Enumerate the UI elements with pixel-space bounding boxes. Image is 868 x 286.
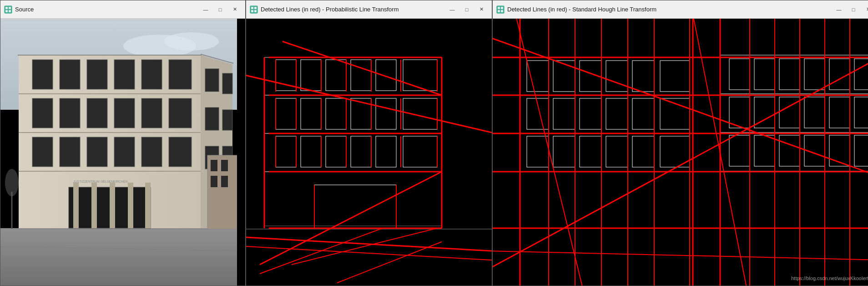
svg-rect-54 [221,176,228,187]
svg-rect-23 [32,98,53,128]
svg-rect-21 [141,60,162,89]
svg-rect-139 [606,61,628,92]
svg-rect-72 [276,98,296,129]
svg-line-92 [283,41,442,95]
svg-rect-177 [854,135,868,166]
svg-rect-73 [301,98,321,129]
svg-rect-173 [754,135,775,166]
svg-rect-136 [527,61,549,92]
svg-rect-37 [91,183,97,228]
svg-rect-28 [169,98,192,128]
svg-rect-172 [729,135,750,166]
standard-title: Detected Lines (in red) - Standard Hough… [507,6,829,13]
svg-text:JUSTIZZENTRUM GELSENKIRCHEN: JUSTIZZENTRUM GELSENKIRCHEN [73,180,128,183]
svg-rect-79 [301,136,321,167]
svg-rect-74 [326,98,346,129]
svg-rect-70 [376,60,396,91]
svg-rect-58 [254,7,257,9]
svg-rect-26 [114,98,135,128]
svg-rect-163 [804,59,825,90]
svg-rect-1 [5,7,8,9]
source-maximize-btn[interactable]: □ [213,4,227,15]
svg-rect-151 [606,136,628,167]
standard-minimize-btn[interactable]: — [832,4,846,15]
svg-rect-165 [854,59,868,90]
svg-rect-22 [169,60,192,89]
probabilistic-lines-svg [246,19,492,286]
svg-rect-126 [498,7,500,9]
svg-rect-27 [141,98,162,128]
svg-rect-67 [301,60,321,91]
svg-line-101 [260,228,383,274]
svg-rect-137 [553,61,575,92]
svg-rect-40 [145,183,151,228]
standard-close-btn[interactable]: ✕ [861,4,868,15]
svg-rect-8 [0,228,237,286]
svg-rect-171 [854,97,868,128]
svg-rect-170 [829,97,850,128]
standard-maximize-btn[interactable]: □ [847,4,860,15]
svg-rect-127 [501,7,503,9]
svg-rect-24 [60,98,80,128]
svg-rect-152 [632,136,654,167]
source-window: Source — □ ✕ [0,0,246,286]
svg-rect-164 [829,59,850,90]
svg-rect-83 [403,136,437,167]
svg-rect-3 [5,10,8,12]
svg-rect-77 [403,98,437,129]
svg-rect-30 [60,137,80,167]
svg-rect-34 [169,137,192,167]
svg-rect-144 [580,98,601,129]
svg-rect-71 [403,60,437,91]
source-title-bar: Source — □ ✕ [0,0,245,19]
probabilistic-close-btn[interactable]: ✕ [474,4,488,15]
svg-rect-39 [128,183,133,228]
standard-lines-svg [493,19,868,286]
svg-line-100 [260,172,442,265]
probabilistic-maximize-btn[interactable]: □ [460,4,474,15]
svg-rect-17 [32,60,53,89]
svg-line-93 [246,73,492,133]
svg-rect-2 [9,7,11,9]
svg-rect-148 [527,136,549,167]
svg-rect-42 [205,107,219,130]
svg-rect-4 [9,10,11,12]
source-image-area: JUSTIZZENTRUM GELSENKIRCHEN [0,19,245,286]
standard-window: Detected Lines (in red) - Standard Hough… [492,0,868,286]
svg-rect-32 [114,137,135,167]
source-minimize-btn[interactable]: — [199,4,212,15]
svg-point-7 [164,32,219,51]
svg-rect-82 [376,136,396,167]
svg-rect-38 [110,183,115,228]
source-close-btn[interactable]: ✕ [228,4,242,15]
svg-rect-174 [779,135,800,166]
probabilistic-window-icon [250,5,258,14]
source-building-svg: JUSTIZZENTRUM GELSENKIRCHEN [0,19,237,286]
svg-rect-68 [326,60,346,91]
svg-rect-128 [498,10,500,12]
svg-line-124 [337,242,442,283]
svg-rect-80 [326,136,346,167]
source-window-icon [4,5,12,14]
svg-point-48 [5,169,19,196]
probabilistic-title-bar: Detected Lines (in red) - Probabilistic … [246,0,492,19]
svg-rect-36 [73,183,79,228]
svg-rect-161 [754,59,775,90]
source-window-controls: — □ ✕ [199,4,242,15]
svg-rect-145 [606,98,628,129]
svg-rect-45 [222,110,232,130]
svg-rect-29 [32,137,53,167]
svg-rect-60 [254,10,257,12]
svg-rect-169 [804,97,825,128]
probabilistic-title: Detected Lines (in red) - Probabilistic … [261,6,443,13]
svg-rect-162 [779,59,800,90]
svg-rect-84 [314,185,396,228]
svg-rect-51 [211,160,217,171]
svg-rect-18 [60,60,80,89]
svg-rect-44 [222,73,232,94]
svg-rect-75 [351,98,371,129]
svg-rect-20 [114,60,135,89]
svg-rect-129 [501,10,503,12]
svg-rect-146 [632,98,654,129]
probabilistic-minimize-btn[interactable]: — [445,4,459,15]
